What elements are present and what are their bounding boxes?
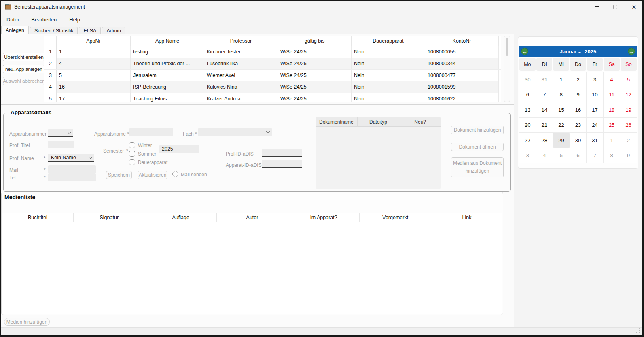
calendar-next-button[interactable]: → (628, 48, 635, 55)
close-button[interactable]: ✕ (625, 1, 642, 13)
table-row[interactable]: 416ISP-BetreuungKulovics NinaWiSe 24/25N… (44, 81, 501, 93)
auswahl-abbrechen-button[interactable]: Auswahl abbrechen (3, 77, 45, 85)
fach-combobox[interactable] (198, 128, 272, 136)
calendar-day[interactable]: 4 (536, 148, 553, 164)
table-row[interactable]: 24Theorie und Praxis der ...Lüsebrink Il… (44, 58, 501, 70)
tab-elsa[interactable]: ELSA (79, 27, 101, 34)
column-header-professor[interactable]: Professor (204, 36, 278, 46)
calendar-day[interactable]: 6 (519, 87, 536, 103)
apparat-table-scrollbar[interactable] (504, 36, 510, 102)
calendar-day[interactable]: 13 (519, 102, 536, 118)
prof-titel-input[interactable] (48, 141, 74, 148)
calendar-day[interactable]: 9 (620, 148, 637, 164)
media-column-header-buchtitel[interactable]: Buchtitel (2, 213, 74, 222)
apparatsnummer-combobox[interactable] (48, 129, 73, 137)
aktualisieren-button[interactable]: Aktualisieren (138, 171, 167, 179)
calendar-prev-button[interactable]: ← (521, 48, 528, 55)
calendar-day[interactable]: 23 (570, 118, 587, 133)
column-header-dauerapparat[interactable]: Dauerapparat (352, 36, 425, 46)
calendar-day[interactable]: 9 (570, 87, 587, 103)
column-header-kontonr[interactable]: KontoNr (425, 36, 499, 46)
calendar-day[interactable]: 19 (620, 102, 637, 118)
calendar-day[interactable]: 1 (604, 133, 621, 148)
calendar-day[interactable]: 28 (536, 133, 553, 148)
dokument-hinzufuegen-button[interactable]: Dokument hinzufügen (451, 126, 504, 134)
media-column-header-autor[interactable]: Autor (217, 213, 288, 222)
calendar-day[interactable]: 8 (553, 87, 570, 103)
calendar-day[interactable]: 4 (604, 72, 621, 87)
apparatsname-input[interactable] (129, 128, 173, 136)
year-input[interactable]: 2025 (159, 145, 199, 153)
dauerapparat-checkbox[interactable] (129, 159, 135, 165)
tab-admin[interactable]: Admin (102, 27, 125, 34)
calendar-day[interactable]: 11 (604, 87, 621, 103)
column-header-appnr[interactable]: AppNr (57, 36, 131, 46)
calendar-month[interactable]: Januar (560, 49, 577, 55)
scrollbar-thumb[interactable] (506, 38, 508, 56)
calendar-day[interactable]: 24 (587, 118, 604, 133)
neu-app-anlegen-button[interactable]: neu. App anlegen (3, 65, 45, 73)
doc-column-header-dokumentname[interactable]: Dokumentname (316, 117, 358, 126)
media-column-header-imapparat[interactable]: im Apparat? (288, 213, 360, 222)
calendar-day[interactable]: 3 (587, 72, 604, 87)
menu-item-bearbeiten[interactable]: Bearbeiten (31, 17, 57, 23)
calendar-day[interactable]: 15 (553, 102, 570, 118)
calendar-day[interactable]: 10 (587, 87, 604, 103)
prof-name-combobox[interactable]: Kein Name (48, 154, 94, 162)
calendar-day[interactable]: 30 (519, 72, 536, 87)
calendar-day[interactable]: 30 (570, 133, 587, 148)
calendar-day[interactable]: 20 (519, 118, 536, 133)
calendar-year[interactable]: 2025 (585, 49, 596, 55)
apparat-id-adis-input[interactable] (262, 160, 302, 168)
calendar-day[interactable]: 7 (587, 148, 604, 164)
column-header-appname[interactable]: App Name (131, 36, 204, 46)
speichern-button[interactable]: Speichern (106, 171, 132, 179)
table-row[interactable]: 35JerusalemWiemer AxelWiSe 24/25Nein1008… (44, 70, 501, 81)
calendar-day[interactable]: 31 (587, 133, 604, 148)
medien-hinzufuegen-button[interactable]: Medien hinzufügen (4, 318, 50, 326)
calendar-day[interactable]: 5 (553, 148, 570, 164)
calendar-day[interactable]: 29 (553, 133, 570, 148)
calendar-day[interactable]: 7 (536, 87, 553, 103)
media-column-header-link[interactable]: Link (431, 213, 502, 222)
menu-item-datei[interactable]: Datei (6, 17, 19, 23)
calendar-day[interactable]: 14 (536, 102, 553, 118)
dokument-oeffnen-button[interactable]: Dokument öffnen (451, 143, 504, 151)
app-icon[interactable] (4, 3, 11, 10)
calendar-day[interactable]: 31 (536, 72, 553, 87)
tab-anlegen[interactable]: Anlegen (1, 26, 29, 34)
media-column-header-signatur[interactable]: Signatur (74, 213, 145, 222)
column-header-gltigbis[interactable]: gültig bis (278, 36, 352, 46)
calendar-day[interactable]: 8 (604, 148, 621, 164)
calendar-day[interactable]: 17 (587, 102, 604, 118)
calendar-day[interactable]: 2 (570, 72, 587, 87)
menu-item-help[interactable]: Help (69, 17, 80, 23)
doc-column-header-neu[interactable]: Neu? (399, 117, 441, 126)
doc-column-header-dateityp[interactable]: Dateityp (358, 117, 400, 126)
uebersicht-erstellen-button[interactable]: Übersicht erstellen (3, 53, 45, 61)
resize-grip[interactable] (635, 328, 640, 333)
sommer-checkbox[interactable] (129, 151, 135, 157)
calendar-day[interactable]: 2 (620, 133, 637, 148)
prof-id-adis-input[interactable] (262, 149, 302, 157)
calendar-day[interactable]: 21 (536, 118, 553, 133)
calendar-day[interactable]: 26 (620, 118, 637, 133)
calendar-day[interactable]: 5 (620, 72, 637, 87)
calendar-day[interactable]: 22 (553, 118, 570, 133)
maximize-button[interactable] (606, 1, 625, 13)
table-row[interactable]: 517Teaching FilmsKratzer AndreaWiSe 24/2… (44, 93, 501, 102)
calendar-day[interactable]: 6 (570, 148, 587, 164)
mail-input[interactable] (48, 165, 96, 173)
calendar-day[interactable]: 25 (604, 118, 621, 133)
calendar-day[interactable]: 3 (519, 148, 536, 164)
calendar-day[interactable]: 12 (620, 87, 637, 103)
winter-checkbox[interactable] (129, 142, 135, 148)
calendar-header[interactable]: Januar 2025 (519, 46, 637, 57)
calendar-day[interactable]: 16 (570, 102, 587, 118)
medien-aus-dokument-button[interactable]: Medien aus Dokument hinzufügen (451, 157, 504, 177)
calendar-day[interactable]: 18 (604, 102, 621, 118)
media-column-header-auflage[interactable]: Auflage (145, 213, 217, 222)
mail-senden-radio[interactable] (172, 171, 178, 177)
tel-input[interactable] (48, 173, 96, 181)
calendar-day[interactable]: 1 (553, 72, 570, 87)
